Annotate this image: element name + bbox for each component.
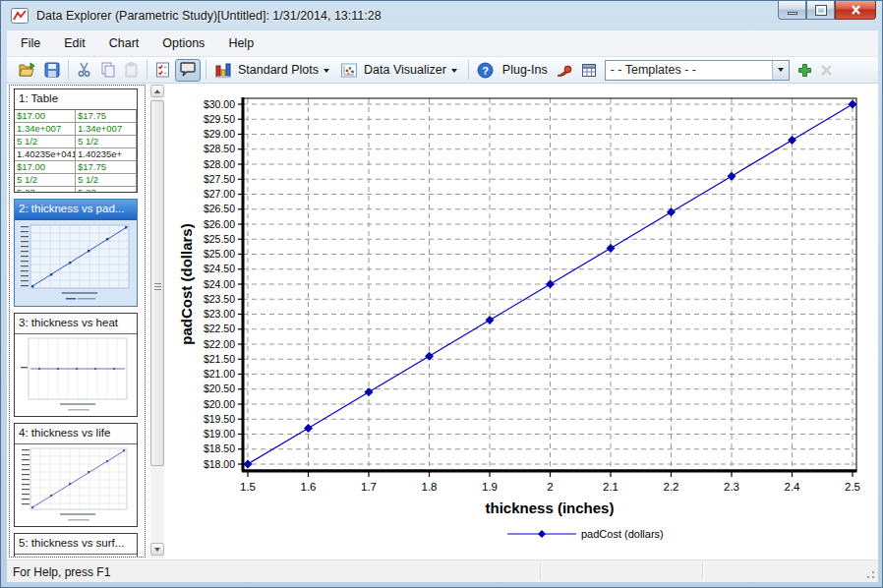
chevron-down-icon (778, 68, 784, 72)
mini-line-chart (15, 220, 137, 306)
cut-button[interactable] (74, 59, 95, 82)
content-area: 1: Table $17.00$17.751.34e+0071.34e+0075… (7, 84, 878, 559)
menu-file[interactable]: File (11, 32, 50, 54)
svg-text:$26.50: $26.50 (204, 203, 235, 214)
scrollbar-thumb[interactable] (150, 100, 164, 466)
chevron-down-icon (451, 69, 457, 73)
chart-canvas[interactable]: $18.00$18.50$19.00$19.50$20.00$20.50$21.… (164, 84, 878, 559)
templates-dropdown-button[interactable] (772, 61, 789, 80)
plugin-grid-button[interactable] (578, 59, 600, 82)
paste-clipboard-icon (124, 62, 139, 78)
thumbnail-thickness-vs-life[interactable]: 4: thickness vs life (14, 423, 138, 527)
mini-table-cell: 1.34e+007 (76, 123, 137, 135)
menu-chart[interactable]: Chart (99, 32, 149, 54)
mini-table: $17.00$17.751.34e+0071.34e+0075 1/25 1/2… (15, 110, 137, 192)
plugin-comet-button[interactable] (553, 59, 576, 82)
templates-dropdown[interactable]: - - Templates - - (605, 60, 790, 81)
copy-icon (100, 62, 116, 78)
mini-table-cell: 5 1/2 (15, 174, 76, 186)
chart-thumbnail-sidebar: 1: Table $17.00$17.751.34e+0071.34e+0075… (7, 84, 164, 559)
toolbar-separator (206, 60, 206, 80)
svg-text:2.3: 2.3 (724, 481, 739, 493)
svg-text:?: ? (482, 64, 489, 76)
annotation-bubble-button[interactable] (175, 59, 201, 82)
minimize-button[interactable] (778, 1, 806, 20)
svg-text:$20.50: $20.50 (204, 382, 235, 394)
toolbar: Standard Plots Data Visualizer ? Plug-In… (7, 57, 878, 84)
data-visualizer-button[interactable]: Data Visualizer (337, 59, 463, 82)
open-button[interactable] (16, 59, 39, 82)
close-button[interactable] (835, 1, 876, 20)
svg-text:$23.00: $23.00 (204, 308, 235, 320)
maximize-button[interactable] (806, 1, 835, 20)
save-button[interactable] (41, 59, 63, 82)
toolbar-separator (68, 60, 69, 80)
thumbnail-table[interactable]: 1: Table $17.00$17.751.34e+0071.34e+0075… (14, 88, 138, 193)
standard-plots-button[interactable]: Standard Plots (211, 59, 335, 82)
menu-bar: File Edit Chart Options Help (7, 30, 878, 57)
delete-x-icon (820, 64, 833, 77)
statusbar-divider (540, 562, 541, 580)
sidebar-scrollbar[interactable] (150, 85, 164, 559)
svg-text:$25.50: $25.50 (204, 233, 235, 245)
delete-template-button[interactable] (817, 59, 836, 82)
svg-text:1.6: 1.6 (301, 481, 317, 493)
svg-text:1.5: 1.5 (240, 481, 256, 493)
svg-text:$29.50: $29.50 (204, 113, 235, 125)
checklist-button[interactable] (152, 59, 173, 82)
arrow-down-icon (154, 548, 160, 552)
svg-text:thickness (inches): thickness (inches) (486, 500, 615, 516)
thumbnail-label: 5: thickness vs surf... (15, 534, 137, 555)
mini-table-cell: $17.00 (15, 161, 76, 173)
cut-scissors-icon (77, 62, 92, 78)
mini-table-cell: 1.40235e+ (76, 148, 137, 160)
svg-text:2.5: 2.5 (845, 481, 860, 493)
maximize-icon (816, 6, 826, 15)
svg-text:2.2: 2.2 (664, 481, 679, 493)
app-icon (11, 8, 29, 24)
thumbnail-thickness-vs-heat[interactable]: 3: thickness vs heat (14, 313, 138, 417)
mini-line-chart (15, 444, 137, 526)
thumbnail-thickness-vs-surface[interactable]: 5: thickness vs surf... (14, 533, 138, 558)
svg-text:1.8: 1.8 (422, 481, 438, 493)
status-bar: For Help, press F1 (7, 559, 878, 582)
toolbar-separator (468, 60, 469, 80)
svg-text:$29.00: $29.00 (204, 128, 235, 140)
menu-help[interactable]: Help (218, 32, 264, 54)
scroll-up-button[interactable] (150, 85, 164, 97)
mini-table-row: 1.40235e+0411.40235e+ (15, 148, 137, 161)
scroll-down-button[interactable] (150, 543, 164, 556)
paste-button[interactable] (121, 59, 142, 82)
templates-value: - - Templates - - (606, 63, 696, 77)
plus-icon (797, 63, 812, 78)
menu-options[interactable]: Options (152, 32, 214, 54)
mini-table-cell: 5.23 (15, 187, 76, 192)
speech-bubble-icon (179, 62, 197, 78)
menu-edit[interactable]: Edit (54, 32, 95, 54)
svg-text:$28.00: $28.00 (204, 158, 235, 170)
mini-table-cell: 5 1/2 (76, 174, 137, 186)
close-icon (851, 5, 861, 15)
add-template-button[interactable] (795, 59, 815, 82)
thumbnail-thickness-vs-padcost[interactable]: 2: thickness vs pad... (14, 199, 138, 307)
mini-table-cell: 5 1/2 (76, 136, 137, 147)
checklist-icon (155, 62, 170, 78)
mini-table-cell: 5.23 (76, 187, 137, 192)
app-window: Data Explorer (Parametric Study)[Untitle… (0, 0, 883, 588)
mini-table-row: 5.235.23 (15, 187, 137, 192)
mini-table-row: 1.34e+0071.34e+007 (15, 123, 137, 136)
svg-text:$19.50: $19.50 (204, 413, 235, 425)
standard-plots-label: Standard Plots (238, 63, 319, 77)
svg-text:1.7: 1.7 (361, 481, 377, 493)
svg-text:1.9: 1.9 (482, 481, 498, 493)
arrow-up-icon (154, 89, 160, 93)
svg-text:$23.50: $23.50 (204, 293, 235, 305)
svg-text:$22.50: $22.50 (204, 323, 235, 334)
resize-grip[interactable] (863, 567, 876, 580)
help-button[interactable]: ? (474, 59, 497, 82)
copy-button[interactable] (97, 59, 119, 82)
chevron-down-icon (324, 69, 329, 73)
svg-text:$19.00: $19.00 (204, 428, 235, 440)
svg-text:$26.00: $26.00 (204, 218, 235, 230)
plugins-label: Plug-Ins (502, 63, 548, 77)
